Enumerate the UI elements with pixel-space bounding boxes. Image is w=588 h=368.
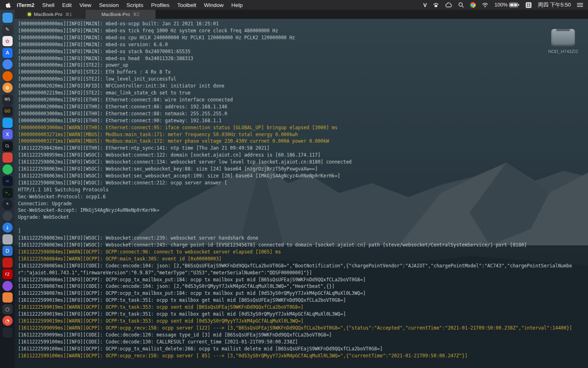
dock-item-orange-box-app[interactable] [2,292,13,303]
terminal-line: [1611222598063ms][INFO][WSOC]: Websocket… [18,166,584,173]
dock-item-d-app[interactable]: D [2,246,13,256]
menu-item-session[interactable]: Session [99,2,119,8]
drive-slot [556,29,570,31]
dock-item-acrobat[interactable] [2,258,13,268]
menu-item-iterm2[interactable]: iTerm2 [17,2,34,8]
terminal-line: [1611222599100ms][INFO][CODE]: Codec:dec… [18,339,584,346]
terminal-line: Upgrade: WebSocket [18,214,584,221]
menu-item-help[interactable]: Help [231,2,243,8]
dock-item-finder[interactable] [2,13,13,23]
terminal-line: [1611222598083ms][INFO][WSOC]: Websocket… [18,180,584,186]
desktop-disk-icon[interactable]: NOD_H743ZI2 [543,17,583,54]
menu-item-shell[interactable]: Shell [42,2,54,8]
tab-title: MacBook-Pro [101,12,130,17]
menu-bar: iTerm2ShellEditViewSessionScriptsProfile… [0,0,588,10]
terminal-line: [1611222598084ms][WARN][OCPP]: OCPP:conn… [18,249,584,256]
terminal-line: [1611222598086ms][INFO][OCPP]: OCPP:ocpp… [18,276,584,283]
terminal-line: [1611222598083ms][INFO][WSOC]: Websocket… [18,242,584,249]
input-source-icon[interactable] [526,2,532,8]
dock-item-photos[interactable]: ✿ [2,36,13,46]
dock-item-helm-app[interactable]: * [2,199,13,209]
tab-1[interactable]: MacBook-Pro⌘1 [15,10,85,19]
search-icon[interactable] [458,2,464,8]
paw-icon[interactable] [433,2,439,8]
dock-item-settings-gear[interactable]: ⚙ [2,83,13,93]
dock-item-red-blue-app[interactable] [2,153,13,163]
terminal-line: [0000000002000ms][INFO][ETH0]: Ethernet:… [18,96,584,103]
dock-item-green-app[interactable] [2,164,13,175]
terminal-line: [0000000000000ms][INFO][MAIN]: mbed-os h… [18,55,584,62]
dock-item-go-app[interactable]: GO [2,106,13,116]
apple-menu-icon[interactable] [6,2,11,8]
terminal-line: [1611222599099ms][WARN][OCPP]: OCPP:ocpp… [18,325,584,332]
menu-item-toolbelt[interactable]: Toolbelt [177,2,196,8]
terminal-line: Connection: Upgrade [18,200,584,207]
terminal-line: [0000000000000ms][INFO][MAIN]: mbed-os s… [18,48,584,55]
v-logo-icon[interactable]: V [423,2,427,8]
terminal-line: [1611222598083ms][INFO][WSOC]: Websocket… [18,235,584,242]
dock-item-waveform-app[interactable]: ≈ [2,176,13,186]
battery-percent-label: 100% [494,2,508,8]
dock-item-cl-app[interactable]: CL [2,141,13,151]
menu-item-window[interactable]: Window [204,2,223,8]
terminal-line: [0000000003000ms][INFO][ETH0]: Ethernet:… [18,110,584,117]
terminal-line: [1611222598959ms][INFO][WSOC]: Websocket… [18,152,584,159]
terminal-line: [1611222599019ms][WARN][OCPP]: OCPP:tx_t… [18,304,584,311]
battery-indicator[interactable]: 100% [494,2,519,8]
menu-status: V100%周四 下午5:50 [423,1,583,9]
terminal-line: [1611222598087ms][INFO][CODE]: Codec:enc… [18,283,584,290]
dock-item-gray-circle-app[interactable] [2,211,13,221]
dock-item-filezilla[interactable]: FZ [2,269,13,279]
terminal-line: [1611222598062ms][INFO][WSOC]: Websocket… [18,159,584,166]
menu-bar-left: iTerm2ShellEditViewSessionScriptsProfile… [6,2,243,8]
cloud-icon[interactable] [445,2,452,7]
terminal-line: [1611222599019ms][INFO][OCPP]: OCPP:tx_t… [18,311,584,318]
terminal-line: [1611222598087ms][INFO][OCPP]: OCPP:ocpp… [18,290,584,297]
notification-center-icon[interactable] [577,2,583,7]
wifi-icon[interactable] [482,2,488,7]
dock-item-chrome[interactable] [2,59,13,70]
terminal-line: [1611222599019ms][INFO][OCPP]: OCPP:tx_t… [18,297,584,304]
terminal-line: Sec-WebSocket-Protocol: ocpp1.6 [18,193,584,200]
dock-item-x-app[interactable]: X [2,129,13,139]
terminal-line: [0000000002219ms][INFO][STE2]: emac_link… [18,90,584,96]
terminal-line: [0000000000000ms][INFO][MAIN]: mbed-os t… [18,27,584,34]
dock-item-trash[interactable] [2,234,13,245]
tab-activity-indicator [28,13,31,16]
terminal-line: ] [18,228,584,235]
dock-item-search-app[interactable]: ○ [2,304,13,314]
dock-item-ws-app[interactable]: WS [2,94,13,105]
tab-shortcut: ⌘1 [65,12,72,17]
dock-item-vscode[interactable] [2,118,13,128]
tab-shortcut: ⌘2 [133,12,139,17]
menu-item-profiles[interactable]: Profiles [151,2,169,8]
menu-clock[interactable]: 周四 下午5:50 [538,1,571,9]
terminal-line: Sec-WebSocket-Accept: IMkGjS4AgNcyz4u0Ne… [18,207,584,214]
terminal-output[interactable]: [0000000000000ms][INFO][MAIN]: mbed-os-o… [15,19,588,368]
dock-item-dark-box-app[interactable] [2,328,13,338]
dock-item-purple-app[interactable] [2,281,13,291]
dock-item-dial-app[interactable]: ◔ [2,316,13,326]
dock: ✎✿A⚙WSGOXCL≈>_*↓DFZ○◔ [0,10,15,368]
menu-item-scripts[interactable]: Scripts [127,2,143,8]
terminal-line: [0000000003000ms][INFO][ETH0]: Ethernet:… [18,117,584,124]
menu-item-view[interactable]: View [80,2,91,8]
dock-item-design-tool[interactable]: ✎ [2,25,13,35]
terminal-line: [0000000000000ms][INFO][STE2]: low_level… [18,76,584,83]
dock-item-terminal-app[interactable]: >_ [2,188,13,198]
tab-title: MacBook-Pro [34,12,62,17]
dock-item-downloads[interactable]: ↓ [2,222,13,233]
terminal-line [18,221,584,228]
disk-label: NOD_H743ZI2 [543,49,583,54]
terminal-line: [0000000000000ms][INFO][MAIN]: mbed-os v… [18,41,584,48]
chrome-icon[interactable] [470,2,476,8]
tab-2[interactable]: MacBook-Pro⌘2 [85,10,156,19]
terminal-line: [1611222598084ms][WARN][OCPP]: OCPP:main… [18,256,584,263]
dock-item-app-store[interactable]: A [2,48,13,58]
terminal-line: [0000000000000ms][INFO][STE2]: ETH buffe… [18,69,584,76]
menu-item-edit[interactable]: Edit [62,2,71,8]
terminal-line: [0000000000000ms][INFO][MAIN]: mbed-os c… [18,34,584,41]
dock-item-firefox[interactable] [2,71,13,81]
removable-drive-icon [551,29,575,46]
terminal-line: [0000000002020ms][INFO][RFID]: NFCContro… [18,83,584,90]
